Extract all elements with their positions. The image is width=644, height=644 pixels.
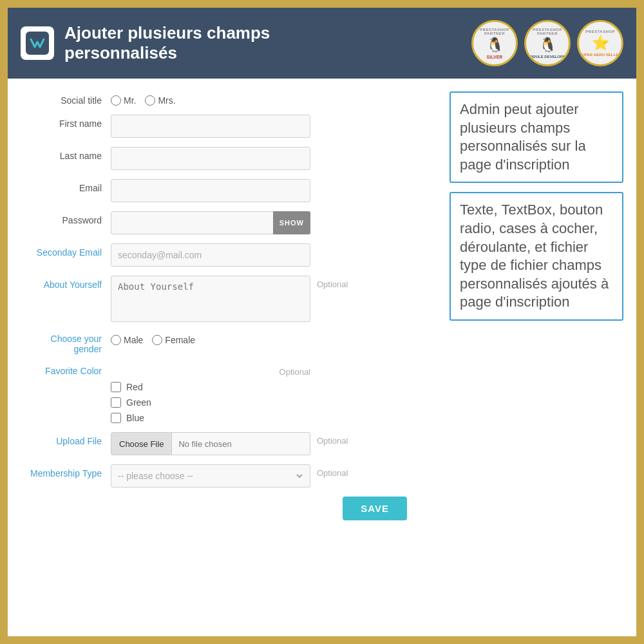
membership-optional: Optional — [317, 464, 348, 478]
badge-module-developer: PRESTASHOP PARTNER 🐧 MODULE DEVELOPER — [524, 20, 571, 66]
first-name-input[interactable] — [111, 115, 310, 138]
mrs-radio[interactable] — [145, 95, 155, 106]
file-upload-area: Choose File No file chosen — [111, 432, 310, 455]
last-name-row: Last name — [21, 147, 433, 170]
favorite-color-input-area: Optional Red Green — [111, 363, 433, 423]
show-password-button[interactable]: SHOW — [273, 211, 310, 234]
seconday-email-input-area — [111, 243, 433, 267]
color-red-label: Red — [126, 382, 143, 392]
seconday-email-label: Seconday Email — [21, 243, 111, 258]
password-label: Password — [21, 211, 111, 225]
color-green-checkbox[interactable] — [111, 397, 121, 408]
save-row: SAVE — [21, 497, 433, 520]
mr-radio-item[interactable]: Mr. — [111, 95, 136, 106]
social-title-row: Social title Mr. Mrs. — [21, 91, 433, 106]
color-checkbox-group: Red Green Blue — [111, 379, 151, 423]
mr-radio[interactable] — [111, 95, 121, 106]
favorite-color-label: Favorite Color — [21, 363, 111, 376]
membership-type-row: Membership Type -- please choose -- Opti… — [21, 464, 433, 488]
male-label: Male — [124, 335, 143, 345]
color-blue-checkbox[interactable] — [111, 413, 121, 423]
annotation-box-2: Texte, TextBox, bouton radio, cases à co… — [450, 192, 623, 321]
color-blue-label: Blue — [126, 413, 144, 423]
about-yourself-label: About Yourself — [21, 276, 111, 290]
female-label: Female — [165, 335, 195, 345]
content-area: Social title Mr. Mrs. — [8, 79, 636, 636]
membership-type-input-area: -- please choose -- Optional — [111, 464, 433, 488]
annotation-box-1: Admin peut ajouter plusieurs champs pers… — [450, 91, 623, 183]
about-yourself-textarea[interactable] — [111, 276, 310, 322]
annotation-panel: Admin peut ajouter plusieurs champs pers… — [450, 91, 623, 630]
gender-row: Choose your gender Male Female — [21, 331, 433, 354]
first-name-row: First name — [21, 115, 433, 138]
last-name-input[interactable] — [111, 147, 310, 170]
email-input[interactable] — [111, 179, 310, 202]
seconday-email-row: Seconday Email — [21, 243, 433, 267]
about-yourself-optional: Optional — [317, 276, 348, 289]
header-badges: PRESTASHOP PARTNER 🐧 SILVER PRESTASHOP P… — [471, 20, 623, 66]
email-row: Email — [21, 179, 433, 202]
color-red-checkbox[interactable] — [111, 382, 121, 392]
form-panel: Social title Mr. Mrs. — [21, 91, 439, 630]
upload-optional: Optional — [317, 432, 348, 446]
password-row: Password SHOW — [21, 211, 433, 234]
membership-type-select[interactable]: -- please choose -- — [111, 464, 310, 488]
color-green-item[interactable]: Green — [111, 397, 151, 408]
first-name-label: First name — [21, 115, 111, 129]
header: Ajouter plusieurs champs personnalisés P… — [8, 8, 636, 79]
save-button[interactable]: SAVE — [343, 497, 407, 520]
female-radio-item[interactable]: Female — [152, 335, 195, 345]
color-blue-item[interactable]: Blue — [111, 413, 151, 423]
password-input-area: SHOW — [111, 211, 433, 234]
main-container: Ajouter plusieurs champs personnalisés P… — [8, 8, 636, 636]
gender-input-area: Male Female — [111, 331, 433, 345]
social-title-label: Social title — [21, 91, 111, 106]
upload-file-label: Upload File — [21, 432, 111, 446]
webkul-logo-icon — [21, 26, 54, 60]
last-name-label: Last name — [21, 147, 111, 161]
social-title-input-area: Mr. Mrs. — [111, 91, 433, 106]
password-wrapper: SHOW — [111, 211, 310, 234]
outer-wrapper: Ajouter plusieurs champs personnalisés P… — [0, 0, 644, 644]
male-radio[interactable] — [111, 335, 121, 345]
first-name-input-area — [111, 115, 433, 138]
last-name-input-area — [111, 147, 433, 170]
badge-super-hero-seller: PRESTASHOP ⭐ SUPER HERO SELLER — [577, 20, 623, 66]
choose-file-button[interactable]: Choose File — [111, 433, 172, 455]
color-green-label: Green — [126, 397, 151, 408]
about-yourself-row: About Yourself Optional — [21, 276, 433, 322]
email-label: Email — [21, 179, 111, 193]
color-red-item[interactable]: Red — [111, 382, 151, 392]
mr-label: Mr. — [124, 95, 136, 106]
gender-radio-group: Male Female — [111, 331, 195, 345]
membership-type-label: Membership Type — [21, 464, 111, 478]
gender-label: Choose your gender — [21, 331, 111, 354]
social-title-radio-group: Mr. Mrs. — [111, 91, 176, 106]
no-file-text: No file chosen — [172, 439, 238, 449]
mrs-label: Mrs. — [158, 95, 175, 106]
mrs-radio-item[interactable]: Mrs. — [145, 95, 175, 106]
email-input-area — [111, 179, 433, 202]
upload-file-row: Upload File Choose File No file chosen O… — [21, 432, 433, 455]
female-radio[interactable] — [152, 335, 162, 345]
favorite-color-optional: Optional — [279, 363, 310, 377]
favorite-color-row: Favorite Color Optional Red — [21, 363, 433, 423]
about-yourself-input-area: Optional — [111, 276, 433, 322]
badge-silver: PRESTASHOP PARTNER 🐧 SILVER — [471, 20, 518, 66]
page-title: Ajouter plusieurs champs personnalisés — [64, 23, 471, 63]
upload-file-input-area: Choose File No file chosen Optional — [111, 432, 433, 455]
seconday-email-input[interactable] — [111, 243, 310, 267]
male-radio-item[interactable]: Male — [111, 335, 143, 345]
